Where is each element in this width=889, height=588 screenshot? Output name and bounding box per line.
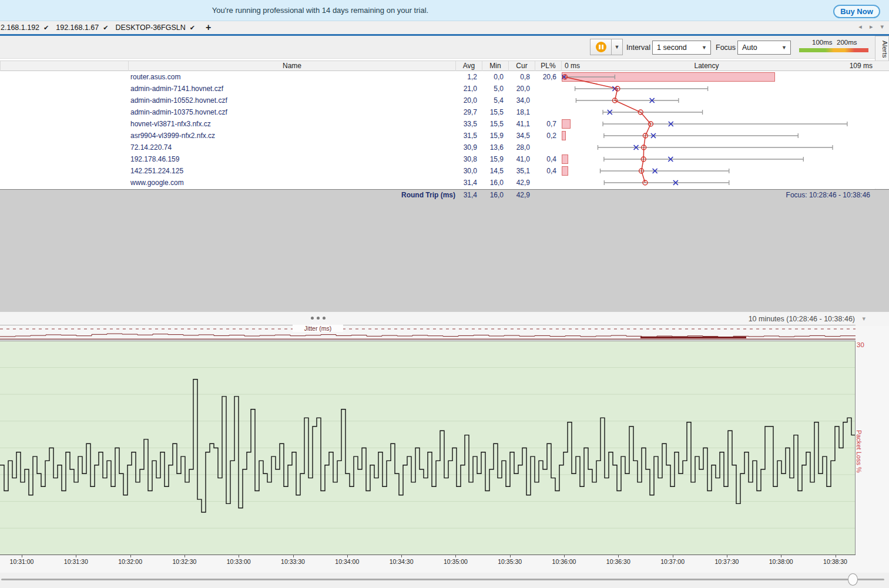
axis-tick (130, 555, 131, 557)
axis-tick (76, 555, 76, 557)
time-tick-label: 10:35:30 (491, 558, 529, 565)
hop-name: hovnet-vl3871-nfx3.nfx.cz (130, 120, 211, 128)
time-tick-label: 10:38:30 (817, 558, 854, 565)
scrollbar-thumb[interactable] (848, 573, 858, 586)
splitter-strip: 10 minutes (10:28:46 - 10:38:46) ▾ (0, 312, 889, 326)
axis-tick (727, 555, 727, 557)
latency-color-scale (799, 48, 868, 52)
axis-tick (564, 555, 565, 557)
pause-icon (596, 42, 606, 52)
scale-label-200ms: 200ms (837, 39, 857, 46)
target-tab-bar: 2.168.1.192✔192.168.1.67✔DESKTOP-36FGSLN… (0, 21, 889, 34)
chevron-down-icon[interactable]: ▾ (862, 315, 865, 322)
trial-message: You're running professional with 14 days… (0, 0, 640, 21)
jitter-line (0, 334, 856, 337)
focus-select[interactable]: Auto ▼ (737, 41, 791, 55)
hop-name: admin-admin-7141.hovnet.czf (130, 85, 223, 93)
column-header-min[interactable]: Min (482, 61, 508, 72)
trace-table-header: Name Avg Min Cur PL% 0 ms Latency 109 ms (0, 61, 889, 71)
hop-name: 72.14.220.74 (130, 143, 172, 152)
packet-loss-axis-label: Packet Loss % (856, 430, 863, 473)
timeline-scrollbar (0, 573, 889, 588)
time-tick-label: 10:33:00 (220, 558, 257, 565)
jitter-graph (0, 325, 856, 340)
focus-label: Focus (716, 43, 736, 52)
axis-tick (401, 555, 402, 557)
cell-cur: 20,0 (499, 85, 530, 93)
column-header-pl[interactable]: PL% (535, 61, 561, 72)
interval-label: Interval (626, 43, 650, 52)
interval-select[interactable]: 1 second ▼ (652, 41, 711, 55)
trial-banner: You're running professional with 14 days… (0, 0, 889, 21)
axis-tick (455, 555, 456, 557)
pause-options-dropdown[interactable]: ▼ (611, 39, 623, 55)
target-tab[interactable]: 2.168.1.192✔ (0, 21, 56, 34)
tab-label: 2.168.1.192 (1, 23, 39, 32)
time-tick-label: 10:31:00 (3, 558, 41, 565)
splitter-handle[interactable] (311, 317, 326, 320)
hop-name: www.google.com (130, 179, 184, 187)
time-tick-label: 10:33:30 (274, 558, 312, 565)
pingplotter-window: You're running professional with 14 days… (0, 0, 889, 588)
chevron-down-icon: ▼ (702, 41, 707, 54)
pause-button[interactable] (590, 39, 611, 55)
cell-pl: 0,2 (526, 132, 556, 140)
axis-tick (22, 555, 22, 557)
latency-scale-max: 109 ms (850, 61, 873, 71)
scale-label-100ms: 100ms (812, 39, 833, 46)
round-trip-summary-row: Round Trip (ms) 31,4 16,0 42,9 Focus: 10… (0, 189, 889, 200)
cell-pl: 0,4 (526, 155, 556, 163)
hop-name: admin-admin-10375.hovnet.czf (130, 108, 227, 116)
trace-toolbar: ▼ Interval 1 second ▼ Focus Auto ▼ 100ms… (0, 36, 889, 59)
buy-now-button[interactable]: Buy Now (833, 5, 880, 18)
axis-tick (510, 555, 511, 557)
time-tick-label: 10:34:00 (328, 558, 366, 565)
focus-range-text: Focus: 10:28:46 - 10:38:46 (786, 191, 870, 199)
hop-name: admin-admin-10552.hovnet.czf (130, 96, 227, 105)
axis-tick (184, 555, 185, 557)
chevron-down-icon: ▼ (615, 44, 620, 50)
axis-tick (293, 555, 294, 557)
time-tick-label: 10:32:00 (112, 558, 149, 565)
cell-pl: 0,4 (526, 167, 556, 175)
packet-loss-bar (562, 120, 571, 129)
axis-tick (239, 555, 239, 557)
axis-tick (781, 555, 781, 557)
cell-pl: 0,7 (526, 120, 556, 128)
axis-tick (347, 555, 348, 557)
empty-panel (0, 200, 889, 312)
focus-value: Auto (742, 43, 757, 52)
cell-cur: 42,9 (499, 179, 530, 187)
avg-latency-line (565, 77, 650, 183)
new-tab-button[interactable]: + (202, 22, 214, 33)
time-range-selector[interactable]: 10 minutes (10:28:46 - 10:38:46) (749, 315, 855, 323)
column-header-name[interactable]: Name (128, 61, 455, 72)
packet-loss-axis-max: 30 (857, 341, 864, 348)
time-axis: 10:31:0010:31:3010:32:0010:32:3010:33:00… (0, 555, 856, 570)
check-icon: ✔ (43, 24, 49, 32)
time-tick-label: 10:34:30 (383, 558, 420, 565)
target-tab[interactable]: 192.168.1.67✔ (56, 21, 115, 34)
target-tabs: 2.168.1.192✔192.168.1.67✔DESKTOP-36FGSLN… (0, 21, 214, 34)
packet-loss-bar (562, 155, 568, 164)
packet-loss-bar (562, 167, 568, 176)
time-tick-label: 10:36:30 (599, 558, 637, 565)
time-tick-label: 10:37:30 (708, 558, 746, 565)
packet-loss-bar (562, 132, 566, 140)
column-header-blank (0, 61, 128, 72)
alerts-side-tab[interactable]: Alerts (875, 36, 889, 63)
column-header-cur[interactable]: Cur (508, 61, 535, 72)
jitter-axis-label: Jitter (ms) (293, 325, 343, 332)
scrollbar-track[interactable] (1, 579, 884, 580)
latency-title: Latency (562, 61, 851, 71)
column-header-avg[interactable]: Avg (455, 61, 482, 72)
latency-graph (562, 71, 851, 189)
hop-name: router.asus.com (130, 73, 180, 81)
round-trip-cur: 42,9 (499, 191, 530, 199)
check-icon: ✔ (103, 24, 108, 32)
target-tab[interactable]: DESKTOP-36FGSLN✔ (115, 21, 202, 34)
timeline-graph[interactable] (0, 341, 856, 555)
hop-name: 192.178.46.159 (130, 155, 179, 163)
tab-scroll-arrows[interactable]: ◂ ▸ ▾ (858, 23, 887, 31)
time-tick-label: 10:38:00 (762, 558, 800, 565)
